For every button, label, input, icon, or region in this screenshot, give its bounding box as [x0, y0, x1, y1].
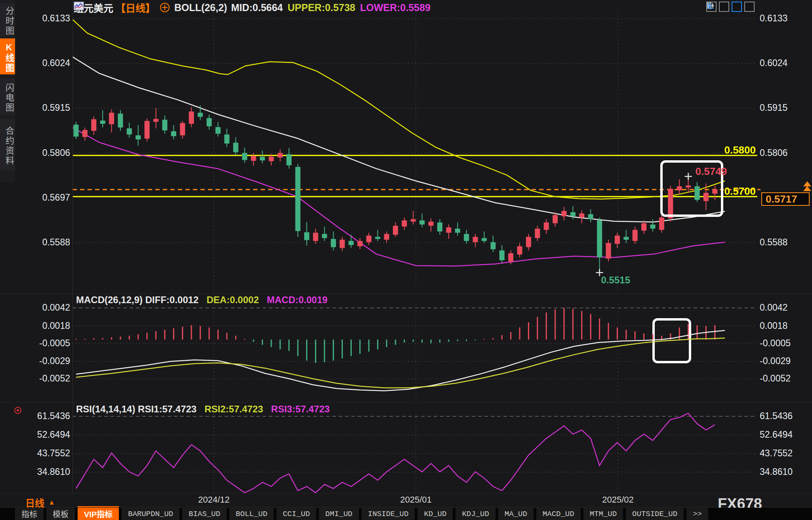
axis-tick-left: 0.5806 — [23, 148, 70, 158]
sidebar-item-4[interactable]: 合约资料 — [0, 119, 15, 171]
sidebar-item-1[interactable]: 分时图 — [0, 3, 15, 36]
add-indicator-icon[interactable] — [160, 3, 170, 12]
price-annotation: 0.5515 — [601, 275, 630, 286]
chart-header: 纽元美元 【日线】 BOLL(26,2) MID:0.5664 UPPER:0.… — [74, 2, 431, 13]
tab-模板[interactable]: 模板 — [46, 508, 75, 520]
axis-tick-right: -0.0005 — [760, 338, 791, 349]
axis-tick-left: 0.6024 — [23, 58, 70, 68]
axis-tick-left: -0.0052 — [23, 373, 70, 384]
axis-tick-left: 0.5915 — [23, 102, 70, 113]
axis-tick-right: 0.0042 — [760, 302, 787, 313]
trading-terminal: 分时图K线图闪电图合约资料 纽元美元 【日线】 BOLL(26,2) MID:0… — [0, 0, 812, 520]
sidebar-item-3[interactable]: 闪电图 — [0, 79, 15, 115]
axis-tick-left: 0.5588 — [23, 237, 70, 248]
current-price-tag: 0.5717 — [761, 192, 810, 206]
axis-tick-right: 34.8610 — [760, 467, 793, 477]
chart-type-sidebar: 分时图K线图闪电图合约资料 — [0, 0, 15, 182]
axis-slider-icon[interactable] — [744, 2, 755, 12]
tab-KD_UD[interactable]: KD_UD — [417, 508, 453, 520]
axis-tick-left: 43.7552 — [23, 448, 70, 459]
date-label: 2024/12 — [198, 495, 230, 505]
axis-tick-left: 34.8610 — [23, 467, 70, 477]
tab-BOLL_UD[interactable]: BOLL_UD — [229, 508, 274, 520]
date-label: 2025/01 — [400, 495, 432, 505]
price-annotation: 0.5749 — [696, 165, 727, 178]
rsi-header: RSI(14,14,14) RSI1:57.4723 RSI2:57.4723 … — [76, 404, 330, 415]
triangle-up-icon: ▲ — [48, 499, 55, 507]
period-label[interactable]: 日线 — [25, 495, 44, 509]
tab-VIP指标[interactable]: VIP指标 — [78, 508, 119, 520]
chart-layout-toolbar — [706, 2, 755, 12]
axis-tick-left: 0.6133 — [23, 13, 70, 24]
panel-divider — [0, 294, 812, 294]
date-label: 2025/02 — [602, 495, 634, 505]
axis-tick-left: 0.0042 — [23, 302, 70, 313]
axis-tick-left: 0.5697 — [23, 192, 70, 203]
chart-canvas — [0, 0, 812, 520]
axis-tick-right: 52.6494 — [760, 429, 793, 440]
sidebar-item-2[interactable]: K线图 — [0, 38, 15, 74]
tab-KDJ_UD[interactable]: KDJ_UD — [456, 508, 495, 520]
axis-play-icon[interactable] — [732, 2, 742, 12]
mini-chart-icon[interactable] — [74, 2, 84, 10]
axis-tick-left: 61.5436 — [23, 411, 70, 421]
macd-dea-value: DEA:0.0002 — [206, 294, 259, 306]
axis-tick-right: 0.5588 — [760, 237, 787, 248]
axis-bars-icon[interactable] — [719, 2, 729, 12]
boll-lower-value: LOWER:0.5589 — [360, 2, 431, 13]
axis-tick-right: 61.5436 — [760, 411, 793, 421]
tab-MTM_UD[interactable]: MTM_UD — [583, 508, 623, 520]
period-tag[interactable]: 【日线】 — [116, 0, 155, 15]
rsi1-value: RSI(14,14,14) RSI1:57.4723 — [76, 404, 196, 415]
indicator-label: BOLL(26,2) — [174, 2, 227, 13]
price-level-label: 0.5700 — [700, 185, 756, 197]
axis-tick-right: 0.6133 — [760, 13, 787, 24]
axis-tick-left: 52.6494 — [23, 429, 70, 440]
price-level-label: 0.5800 — [700, 144, 756, 156]
tab-CCI_UD[interactable]: CCI_UD — [276, 508, 316, 520]
axis-tick-left: 0.0018 — [23, 321, 70, 331]
axis-tick-right: 0.6024 — [760, 58, 787, 68]
boll-upper-value: UPPER:0.5738 — [288, 2, 355, 13]
axis-divider — [72, 0, 73, 493]
tab-OUTSIDE_UD[interactable]: OUTSIDE_UD — [626, 508, 684, 520]
axis-tick-right: 0.5915 — [760, 102, 787, 113]
panel-divider — [0, 402, 812, 402]
macd-value: MACD:0.0019 — [267, 294, 328, 306]
axis-tick-right: -0.0052 — [760, 373, 791, 384]
axis-tick-right: 0.0018 — [760, 321, 787, 331]
panel-divider — [0, 507, 812, 507]
macd-header: MACD(26,12,9) DIFF:0.0012 DEA:0.0002 MAC… — [76, 294, 328, 306]
tab-BARUPDN_UD[interactable]: BARUPDN_UD — [122, 508, 179, 520]
panel-divider — [0, 493, 812, 493]
indicator-tabbar: 指标模板VIP指标BARUPDN_UDBIAS_UDBOLL_UDCCI_UDD… — [0, 508, 812, 520]
axis-tick-right: -0.0029 — [760, 356, 791, 366]
axis-tick-right: 0.5806 — [760, 148, 787, 158]
period-selector[interactable]: 日线 ▲ — [25, 495, 55, 509]
axis-tick-left: -0.0005 — [23, 338, 70, 349]
tab-MA_UD[interactable]: MA_UD — [498, 508, 534, 520]
tab-指标[interactable]: 指标 — [15, 508, 44, 520]
rsi3-value: RSI3:57.4723 — [271, 404, 330, 415]
macd-diff-value: MACD(26,12,9) DIFF:0.0012 — [76, 294, 198, 306]
axis-tick-left: -0.0029 — [23, 356, 70, 366]
record-dot-icon[interactable] — [14, 407, 21, 414]
tab-[interactable]: >> — [686, 508, 708, 520]
rsi2-value: RSI2:57.4723 — [204, 404, 263, 415]
boll-mid-value: MID:0.5664 — [231, 2, 283, 13]
tab-INSIDE_UD[interactable]: INSIDE_UD — [362, 508, 415, 520]
tab-MACD_UD[interactable]: MACD_UD — [536, 508, 581, 520]
tab-BIAS_UD[interactable]: BIAS_UD — [182, 508, 227, 520]
tab-DMI_UD[interactable]: DMI_UD — [319, 508, 358, 520]
axis-tick-right: 43.7552 — [760, 448, 793, 459]
